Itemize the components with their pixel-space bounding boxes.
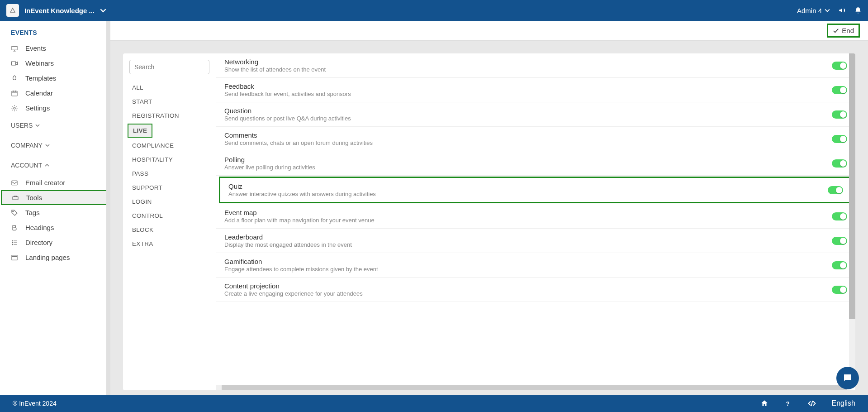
sidebar-item-templates[interactable]: Templates [0, 71, 110, 86]
chevron-down-icon [825, 8, 830, 13]
sidebar-item-label: Directory [25, 239, 52, 246]
category-extra[interactable]: EXTRA [123, 237, 216, 251]
setting-row-quiz: QuizAnswer interactive quizzes with answ… [219, 177, 853, 203]
setting-desc: Show the list of attendees on the event [224, 66, 832, 73]
category-start[interactable]: START [123, 95, 216, 109]
setting-row-content-projection: Content projectionCreate a live engaging… [216, 278, 855, 302]
category-registration[interactable]: REGISTRATION [123, 109, 216, 123]
svg-rect-10 [12, 255, 17, 260]
toggle-polling[interactable] [832, 159, 847, 168]
sidebar-item-tools[interactable]: Tools [1, 190, 109, 205]
sidebar-item-label: Settings [25, 104, 50, 112]
user-menu[interactable]: Admin 4 [797, 7, 830, 14]
category-block[interactable]: BLOCK [123, 223, 216, 237]
landing-pages-icon [11, 254, 19, 261]
category-support[interactable]: SUPPORT [123, 181, 216, 195]
svg-point-6 [13, 211, 14, 211]
category-login[interactable]: LOGIN [123, 195, 216, 209]
sidebar-item-directory[interactable]: Directory [0, 235, 110, 250]
setting-desc: Answer interactive quizzes with answers … [228, 191, 828, 197]
toggle-feedback[interactable] [832, 86, 847, 94]
headings-icon [11, 224, 19, 231]
category-live[interactable]: LIVE [128, 124, 152, 138]
svg-rect-4 [12, 181, 17, 185]
bell-icon[interactable] [854, 7, 862, 14]
setting-title: Polling [224, 156, 832, 163]
check-icon [833, 28, 839, 34]
setting-desc: Send feedback for event, activities and … [224, 91, 832, 97]
app-logo [6, 4, 19, 17]
sidebar-section-account[interactable]: ACCOUNT [0, 155, 110, 175]
sidebar-item-label: Tools [26, 194, 42, 201]
content-header: End [110, 21, 868, 41]
svg-rect-5 [13, 196, 18, 200]
sidebar-item-tags[interactable]: Tags [0, 205, 110, 220]
sidebar-section-users[interactable]: USERS [0, 115, 110, 135]
templates-icon [11, 75, 19, 82]
toggle-content-projection[interactable] [832, 286, 847, 294]
topbar: InEvent Knowledge ... Admin 4 [0, 0, 868, 21]
sidebar-item-headings[interactable]: Headings [0, 220, 110, 235]
sidebar-item-label: Landing pages [25, 254, 70, 261]
chevron-up-icon [45, 163, 49, 168]
sidebar-item-label: Calendar [25, 89, 53, 97]
sidebar-scrollbar[interactable] [106, 21, 110, 395]
email-creator-icon [11, 179, 19, 187]
sidebar-item-events[interactable]: Events [0, 41, 110, 56]
category-control[interactable]: CONTROL [123, 209, 216, 223]
setting-title: Comments [224, 131, 832, 139]
svg-rect-0 [12, 46, 17, 50]
setting-title: Question [224, 107, 832, 115]
search-input[interactable] [129, 60, 209, 74]
setting-row-gamification: GamificationEngage attendees to complete… [216, 253, 855, 278]
category-all[interactable]: ALL [123, 81, 216, 95]
setting-title: Event map [224, 209, 832, 216]
setting-title: Quiz [228, 182, 828, 190]
sidebar-item-label: Email creator [25, 179, 65, 187]
category-hospitality[interactable]: HOSPITALITY [123, 153, 216, 167]
setting-row-event-map: Event mapAdd a floor plan with map navig… [216, 204, 855, 229]
setting-row-polling: PollingAnswer live polling during activi… [216, 151, 855, 176]
toggle-gamification[interactable] [832, 261, 847, 269]
toggle-question[interactable] [832, 110, 847, 119]
settings-panel: ALLSTARTREGISTRATIONLIVECOMPLIANCEHOSPIT… [123, 53, 855, 390]
toggle-quiz[interactable] [828, 186, 843, 194]
sidebar-item-label: Templates [25, 74, 56, 82]
sidebar-item-settings[interactable]: Settings [0, 101, 110, 115]
panel-scrollbar-horizontal[interactable] [216, 385, 847, 390]
toggle-networking[interactable] [832, 62, 847, 70]
sidebar: EVENTS EventsWebinarsTemplatesCalendarSe… [0, 21, 110, 395]
chevron-down-icon [35, 123, 40, 128]
sidebar-item-webinars[interactable]: Webinars [0, 56, 110, 71]
chat-launcher[interactable] [836, 367, 859, 389]
webinars-icon [11, 60, 19, 67]
chat-icon [842, 373, 853, 383]
sidebar-item-calendar[interactable]: Calendar [0, 86, 110, 101]
settings-list: NetworkingShow the list of attendees on … [216, 53, 855, 390]
toggle-comments[interactable] [832, 135, 847, 143]
category-compliance[interactable]: COMPLIANCE [123, 139, 216, 153]
end-button[interactable]: End [827, 24, 860, 38]
category-list: ALLSTARTREGISTRATIONLIVECOMPLIANCEHOSPIT… [123, 53, 216, 390]
category-pass[interactable]: PASS [123, 167, 216, 181]
content-area: End ALLSTARTREGISTRATIONLIVECOMPLIANCEHO… [110, 21, 868, 395]
setting-title: Gamification [224, 258, 832, 265]
setting-desc: Create a live engaging experience for yo… [224, 290, 832, 297]
directory-icon [11, 239, 19, 246]
panel-scrollbar-vertical[interactable] [849, 53, 855, 385]
sidebar-section-company[interactable]: COMPANY [0, 135, 110, 155]
toggle-event-map[interactable] [832, 212, 847, 220]
sidebar-item-label: Headings [25, 224, 54, 231]
setting-row-networking: NetworkingShow the list of attendees on … [216, 53, 855, 78]
setting-row-leaderboard: LeaderboardDisplay the most engaged atte… [216, 229, 855, 253]
sidebar-item-landing-pages[interactable]: Landing pages [0, 250, 110, 265]
setting-row-comments: CommentsSend comments, chats or an open … [216, 127, 855, 151]
setting-title: Leaderboard [224, 233, 832, 241]
sidebar-item-label: Events [25, 44, 46, 52]
app-switch-icon[interactable] [100, 7, 106, 14]
announce-icon[interactable] [838, 6, 846, 14]
setting-title: Networking [224, 58, 832, 66]
toggle-leaderboard[interactable] [832, 237, 847, 245]
sidebar-item-email-creator[interactable]: Email creator [0, 175, 110, 190]
svg-rect-2 [12, 91, 17, 96]
